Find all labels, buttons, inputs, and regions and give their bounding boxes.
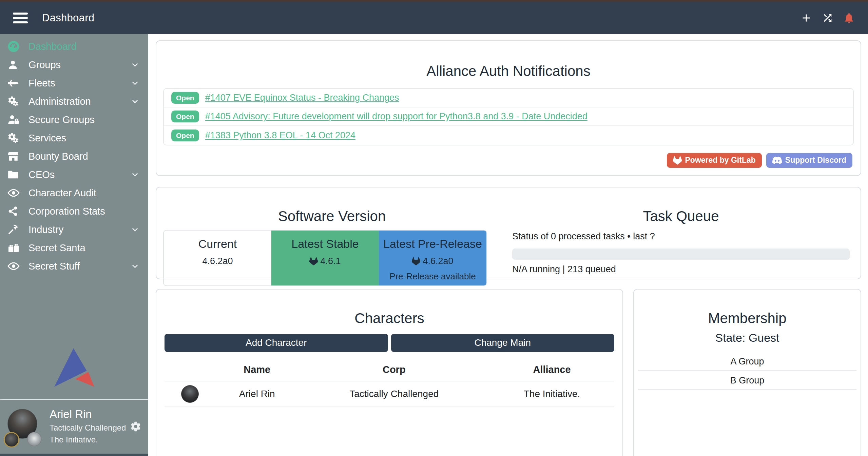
characters-table: Name Corp Alliance Ariel Rin Tactically … <box>165 360 614 407</box>
table-header-row: Name Corp Alliance <box>165 360 614 381</box>
notification-link[interactable]: #1383 Python 3.8 EOL - 14 Oct 2024 <box>205 130 355 141</box>
sidebar-item-secure-groups[interactable]: Secure Groups <box>0 111 148 129</box>
task-queue-progress-bar <box>512 249 850 260</box>
sidebar-nav: Dashboard Groups Fleets Administration S… <box>0 37 148 275</box>
plus-icon <box>800 12 812 24</box>
chevron-down-icon <box>131 170 139 179</box>
gitlab-icon <box>673 156 682 165</box>
gitlab-icon <box>412 257 420 265</box>
sidebar-item-label: Corporation Stats <box>28 206 105 217</box>
notification-link[interactable]: #1407 EVE Equinox Status - Breaking Chan… <box>205 93 399 103</box>
chevron-down-icon <box>131 225 139 234</box>
add-character-button[interactable]: Add Character <box>165 334 388 352</box>
discord-icon <box>772 156 782 165</box>
shield-label: Support Discord <box>785 156 846 164</box>
sidebar-item-label: Administration <box>28 96 91 107</box>
status-badge: Open <box>171 130 199 141</box>
sidebar-item-secret-santa[interactable]: Secret Santa <box>0 239 148 257</box>
characters-card: Characters Add Character Change Main Nam… <box>156 289 623 456</box>
sidebar-item-label: Industry <box>28 224 63 235</box>
notification-item: Open #1405 Advisory: Future development … <box>164 107 853 126</box>
gitlab-icon <box>309 257 318 265</box>
sidebar-item-services[interactable]: Services <box>0 129 148 147</box>
task-queue-counts: N/A running | 213 queued <box>512 264 850 275</box>
sidebar-item-dashboard[interactable]: Dashboard <box>0 37 148 56</box>
notification-link[interactable]: #1405 Advisory: Future development will … <box>205 111 587 122</box>
membership-title: Membership <box>638 310 856 326</box>
change-main-button[interactable]: Change Main <box>391 334 615 352</box>
menu-bar <box>13 13 28 15</box>
characters-title: Characters <box>165 310 614 326</box>
sidebar-item-ceos[interactable]: CEOs <box>0 165 148 184</box>
menu-bar <box>13 21 28 23</box>
sidebar-item-bounty-board[interactable]: Bounty Board <box>0 147 148 165</box>
version-panel-prerelease: Latest Pre-Release 4.6.2a0 Pre-Release a… <box>379 231 486 285</box>
corp-logo-badge <box>4 432 19 448</box>
version-number: 4.6.2a0 <box>423 256 453 266</box>
notifications-title: Alliance Auth Notifications <box>163 63 854 79</box>
hammer-icon <box>7 224 23 235</box>
characters-actions: Add Character Change Main <box>165 334 614 352</box>
sidebar-item-industry[interactable]: Industry <box>0 220 148 239</box>
sidebar-bottom-strip <box>0 454 148 456</box>
sidebar-item-label: Groups <box>28 59 61 71</box>
notifications-list: Open #1407 EVE Equinox Status - Breaking… <box>163 88 854 145</box>
software-version-card: Software Version Current 4.6.2a0 Latest … <box>156 187 861 279</box>
eye-icon <box>7 187 23 199</box>
column-header-corp: Corp <box>299 360 490 381</box>
sidebar-item-label: Secure Groups <box>28 114 95 125</box>
powered-by-gitlab-badge[interactable]: Powered by GitLab <box>667 153 762 168</box>
shield-row: Powered by GitLab Support Discord <box>163 145 854 171</box>
shield-label: Powered by GitLab <box>685 156 756 164</box>
alliance-auth-logo <box>54 345 94 391</box>
group-list-item: B Group <box>638 371 856 390</box>
store-icon <box>7 151 23 162</box>
character-name: Ariel Rin <box>215 381 299 407</box>
eye-icon <box>7 260 23 272</box>
version-number: 4.6.1 <box>320 256 341 266</box>
sidebar-item-groups[interactable]: Groups <box>0 56 148 74</box>
chevron-down-icon <box>131 60 139 69</box>
gear-icon <box>130 421 141 432</box>
user-avatar <box>7 409 41 443</box>
user-name: Ariel Rin <box>50 407 126 421</box>
folder-icon <box>7 169 23 180</box>
switch-character-button[interactable] <box>822 12 833 24</box>
support-discord-badge[interactable]: Support Discord <box>766 153 852 168</box>
add-character-quick-button[interactable] <box>800 12 812 24</box>
version-number: 4.6.2a0 <box>202 256 233 266</box>
status-badge: Open <box>171 92 199 104</box>
notifications-card: Alliance Auth Notifications Open #1407 E… <box>156 40 861 176</box>
sidebar-item-label: Secret Stuff <box>28 261 80 272</box>
cogs-icon <box>7 96 23 107</box>
status-badge: Open <box>171 111 199 122</box>
sidebar-item-label: Fleets <box>28 78 55 89</box>
sidebar-item-label: Character Audit <box>28 187 96 199</box>
sidebar-item-label: CEOs <box>28 169 55 180</box>
version-panel-label: Latest Stable <box>271 237 379 251</box>
sidebar-item-secret-stuff[interactable]: Secret Stuff <box>0 257 148 275</box>
user-settings-button[interactable] <box>130 421 141 432</box>
task-queue-section: Task Queue Status of 0 processed tasks •… <box>501 196 854 270</box>
chevron-down-icon <box>131 79 139 87</box>
notifications-button[interactable] <box>843 12 855 24</box>
character-alliance: The Initiative. <box>489 381 614 407</box>
sidebar-item-administration[interactable]: Administration <box>0 92 148 111</box>
table-row: Ariel Rin Tactically Challenged The Init… <box>165 381 614 407</box>
sidebar-item-corporation-stats[interactable]: Corporation Stats <box>0 202 148 220</box>
sidebar-item-character-audit[interactable]: Character Audit <box>0 184 148 202</box>
cogs-icon <box>7 132 23 144</box>
version-panel-stable: Latest Stable 4.6.1 <box>271 231 379 285</box>
shuttle-icon <box>7 77 23 89</box>
user-info: Ariel Rin Tactically Challenged The Init… <box>50 407 126 445</box>
user-panel: Ariel Rin Tactically Challenged The Init… <box>0 400 148 454</box>
task-queue-status: Status of 0 processed tasks • last ? <box>512 231 850 242</box>
top-navbar: Dashboard <box>0 2 868 34</box>
user-alliance: The Initiative. <box>50 435 126 445</box>
chevron-down-icon <box>131 262 139 271</box>
version-panel-label: Current <box>164 237 271 251</box>
menu-icon[interactable] <box>13 13 28 23</box>
software-version-section: Software Version Current 4.6.2a0 Latest … <box>163 196 501 270</box>
sidebar-item-fleets[interactable]: Fleets <box>0 74 148 92</box>
version-panels: Current 4.6.2a0 Latest Stable 4.6.1 Late… <box>163 230 487 286</box>
